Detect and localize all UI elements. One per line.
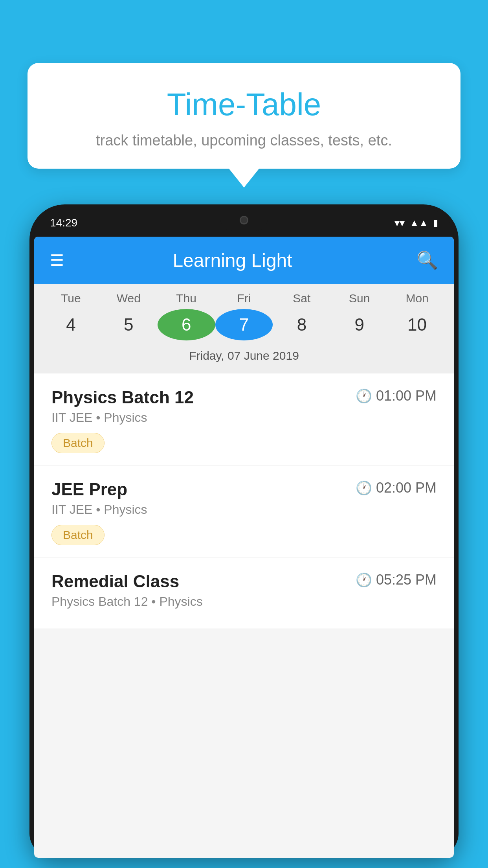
day-6-wrapper[interactable]: 6 [158,309,215,340]
tooltip-card: Time-Table track timetable, upcoming cla… [28,63,460,169]
day-header-fri: Fri [215,292,273,305]
selected-date-label: Friday, 07 June 2019 [34,344,454,370]
status-icons: ▾▾ ▲▲ ▮ [394,217,438,229]
phone-outer: 14:29 ▾▾ ▲▲ ▮ ☰ Learning Light 🔍 Tue [29,204,459,857]
day-10-wrapper[interactable]: 10 [388,309,446,340]
schedule-item-1-subtitle: IIT JEE • Physics [51,410,437,425]
day-7-wrapper[interactable]: 7 [215,309,273,340]
day-headers: Tue Wed Thu Fri Sat Sun Mon [34,292,454,305]
hamburger-icon[interactable]: ☰ [50,251,64,269]
day-header-thu: Thu [158,292,215,305]
schedule-item-2[interactable]: JEE Prep 🕐 02:00 PM IIT JEE • Physics Ba… [34,465,454,557]
day-header-sun: Sun [330,292,388,305]
day-header-mon: Mon [388,292,446,305]
schedule-item-2-title: JEE Prep [51,480,127,499]
schedule-item-3-title: Remedial Class [51,572,179,591]
day-6-today: 6 [158,309,215,340]
camera-dot [240,216,248,224]
day-9-wrapper[interactable]: 9 [330,309,388,340]
schedule-item-2-time: 🕐 02:00 PM [356,480,437,496]
app-title: Learning Light [76,250,389,271]
search-icon[interactable]: 🔍 [416,250,438,270]
clock-icon-3: 🕐 [356,572,372,588]
schedule-item-1-header: Physics Batch 12 🕐 01:00 PM [51,388,437,407]
schedule-item-2-subtitle: IIT JEE • Physics [51,502,437,517]
day-header-wed: Wed [100,292,158,305]
day-header-tue: Tue [42,292,100,305]
tooltip-title: Time-Table [55,86,433,123]
day-5: 5 [100,309,158,340]
phone-notch [220,209,268,231]
day-numbers: 4 5 6 7 8 9 [34,309,454,340]
day-9: 9 [330,309,388,340]
day-8: 8 [273,309,330,340]
schedule-item-1-badge: Batch [51,433,105,453]
battery-icon: ▮ [433,217,438,228]
schedule-item-3-time-text: 05:25 PM [376,572,437,588]
schedule-item-2-badge: Batch [51,525,105,545]
schedule-item-3-time: 🕐 05:25 PM [356,572,437,588]
wifi-icon: ▾▾ [394,217,405,229]
schedule-item-2-header: JEE Prep 🕐 02:00 PM [51,480,437,499]
schedule-item-1-title: Physics Batch 12 [51,388,194,407]
status-time: 14:29 [50,217,77,229]
tooltip-subtitle: track timetable, upcoming classes, tests… [55,132,433,149]
day-8-wrapper[interactable]: 8 [273,309,330,340]
signal-icon: ▲▲ [409,217,428,228]
schedule-item-1-time: 🕐 01:00 PM [356,388,437,404]
day-5-wrapper[interactable]: 5 [100,309,158,340]
phone-screen: ☰ Learning Light 🔍 Tue Wed Thu Fri Sat S… [34,237,454,858]
clock-icon-2: 🕐 [356,480,372,496]
schedule-list: Physics Batch 12 🕐 01:00 PM IIT JEE • Ph… [34,373,454,629]
day-10: 10 [388,309,446,340]
phone-top-bar: 14:29 ▾▾ ▲▲ ▮ [34,209,454,237]
day-header-sat: Sat [273,292,330,305]
day-4-wrapper[interactable]: 4 [42,309,100,340]
schedule-item-2-time-text: 02:00 PM [376,480,437,496]
day-4: 4 [42,309,100,340]
schedule-item-3-subtitle: Physics Batch 12 • Physics [51,594,437,609]
schedule-item-1[interactable]: Physics Batch 12 🕐 01:00 PM IIT JEE • Ph… [34,373,454,465]
app-header: ☰ Learning Light 🔍 [34,237,454,284]
day-7-selected: 7 [215,309,273,340]
schedule-item-3-header: Remedial Class 🕐 05:25 PM [51,572,437,591]
phone-container: 14:29 ▾▾ ▲▲ ▮ ☰ Learning Light 🔍 Tue [29,204,459,868]
schedule-item-1-time-text: 01:00 PM [376,388,437,404]
clock-icon-1: 🕐 [356,388,372,404]
calendar-strip: Tue Wed Thu Fri Sat Sun Mon 4 5 [34,284,454,373]
schedule-item-3[interactable]: Remedial Class 🕐 05:25 PM Physics Batch … [34,557,454,629]
